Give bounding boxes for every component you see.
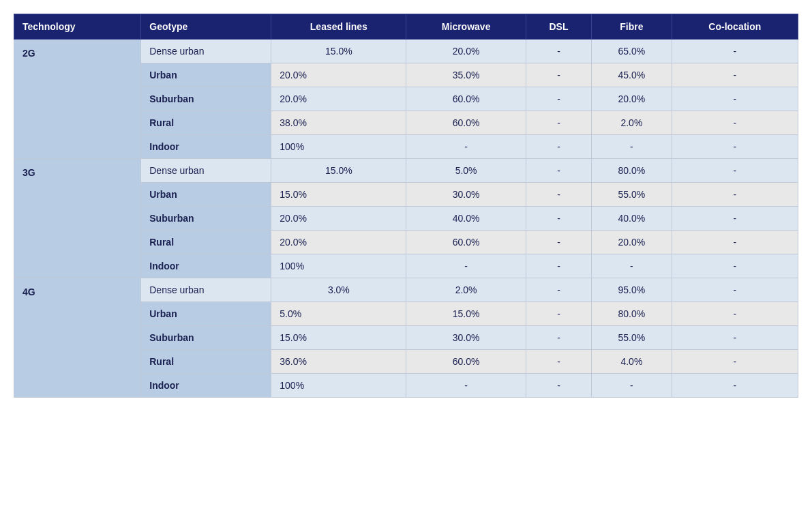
leased-cell: 38.0% [271, 111, 406, 135]
microwave-cell: 60.0% [406, 350, 526, 374]
fibre-cell: 20.0% [592, 231, 672, 254]
geotype-cell: Dense urban [141, 159, 271, 183]
fibre-cell: 65.0% [592, 40, 672, 63]
geotype-cell: Urban [141, 183, 271, 207]
microwave-cell: - [406, 254, 526, 278]
leased-cell: 20.0% [271, 63, 406, 87]
leased-cell: 100% [271, 374, 406, 398]
leased-cell: 5.0% [271, 302, 406, 326]
fibre-cell: 40.0% [592, 207, 672, 231]
microwave-cell: 5.0% [406, 159, 526, 183]
dsl-cell: - [526, 350, 591, 374]
microwave-cell: 60.0% [406, 87, 526, 111]
microwave-cell: 40.0% [406, 207, 526, 231]
dsl-cell: - [526, 302, 591, 326]
fibre-cell: 80.0% [592, 302, 672, 326]
colocation-cell: - [672, 278, 798, 302]
microwave-cell: 2.0% [406, 278, 526, 302]
geotype-cell: Indoor [141, 254, 271, 278]
dsl-cell: - [526, 254, 591, 278]
header-technology: Technology [14, 14, 141, 40]
colocation-cell: - [672, 254, 798, 278]
table-row: 3GDense urban15.0%5.0%-80.0%- [14, 159, 798, 183]
header-dsl: DSL [526, 14, 591, 40]
geotype-cell: Indoor [141, 135, 271, 159]
tech-cell: 3G [14, 159, 141, 278]
microwave-cell: 30.0% [406, 183, 526, 207]
geotype-cell: Indoor [141, 374, 271, 398]
microwave-cell: 15.0% [406, 302, 526, 326]
header-microwave: Microwave [406, 14, 526, 40]
header-leased: Leased lines [271, 14, 406, 40]
geotype-cell: Suburban [141, 207, 271, 231]
fibre-cell: 4.0% [592, 350, 672, 374]
leased-cell: 100% [271, 254, 406, 278]
leased-cell: 15.0% [271, 183, 406, 207]
leased-cell: 3.0% [271, 278, 406, 302]
leased-cell: 15.0% [271, 326, 406, 350]
table-row: 2GDense urban15.0%20.0%-65.0%- [14, 40, 798, 63]
colocation-cell: - [672, 135, 798, 159]
dsl-cell: - [526, 159, 591, 183]
dsl-cell: - [526, 87, 591, 111]
geotype-cell: Urban [141, 63, 271, 87]
dsl-cell: - [526, 40, 591, 63]
colocation-cell: - [672, 63, 798, 87]
microwave-cell: - [406, 135, 526, 159]
colocation-cell: - [672, 207, 798, 231]
colocation-cell: - [672, 231, 798, 254]
fibre-cell: - [592, 135, 672, 159]
dsl-cell: - [526, 183, 591, 207]
microwave-cell: 35.0% [406, 63, 526, 87]
colocation-cell: - [672, 350, 798, 374]
fibre-cell: 2.0% [592, 111, 672, 135]
data-table: Technology Geotype Leased lines Microwav… [14, 14, 798, 398]
colocation-cell: - [672, 40, 798, 63]
dsl-cell: - [526, 326, 591, 350]
dsl-cell: - [526, 231, 591, 254]
leased-cell: 20.0% [271, 231, 406, 254]
fibre-cell: 55.0% [592, 326, 672, 350]
dsl-cell: - [526, 207, 591, 231]
geotype-cell: Suburban [141, 87, 271, 111]
dsl-cell: - [526, 111, 591, 135]
geotype-cell: Dense urban [141, 40, 271, 63]
header-row: Technology Geotype Leased lines Microwav… [14, 14, 798, 40]
geotype-cell: Dense urban [141, 278, 271, 302]
tech-cell: 2G [14, 40, 141, 159]
colocation-cell: - [672, 111, 798, 135]
colocation-cell: - [672, 183, 798, 207]
colocation-cell: - [672, 374, 798, 398]
microwave-cell: 60.0% [406, 231, 526, 254]
fibre-cell: 20.0% [592, 87, 672, 111]
colocation-cell: - [672, 302, 798, 326]
microwave-cell: 60.0% [406, 111, 526, 135]
colocation-cell: - [672, 87, 798, 111]
header-fibre: Fibre [592, 14, 672, 40]
fibre-cell: 45.0% [592, 63, 672, 87]
leased-cell: 20.0% [271, 87, 406, 111]
dsl-cell: - [526, 278, 591, 302]
header-geotype: Geotype [141, 14, 271, 40]
leased-cell: 15.0% [271, 159, 406, 183]
table-row: 4GDense urban3.0%2.0%-95.0%- [14, 278, 798, 302]
leased-cell: 36.0% [271, 350, 406, 374]
leased-cell: 100% [271, 135, 406, 159]
geotype-cell: Suburban [141, 326, 271, 350]
microwave-cell: 30.0% [406, 326, 526, 350]
dsl-cell: - [526, 374, 591, 398]
table-wrapper: Technology Geotype Leased lines Microwav… [14, 14, 798, 398]
dsl-cell: - [526, 63, 591, 87]
colocation-cell: - [672, 326, 798, 350]
geotype-cell: Rural [141, 111, 271, 135]
leased-cell: 15.0% [271, 40, 406, 63]
leased-cell: 20.0% [271, 207, 406, 231]
header-colocation: Co-location [672, 14, 798, 40]
fibre-cell: 55.0% [592, 183, 672, 207]
geotype-cell: Urban [141, 302, 271, 326]
microwave-cell: - [406, 374, 526, 398]
geotype-cell: Rural [141, 350, 271, 374]
colocation-cell: - [672, 159, 798, 183]
dsl-cell: - [526, 135, 591, 159]
tech-cell: 4G [14, 278, 141, 398]
